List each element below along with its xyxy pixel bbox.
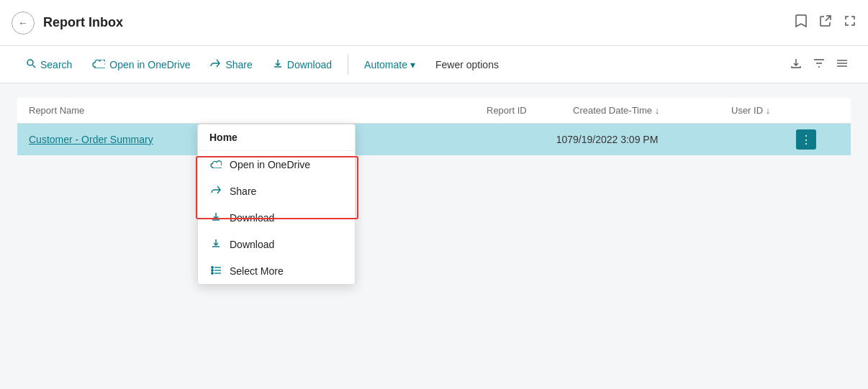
page-title: Report Inbox: [43, 15, 123, 30]
table-row: Customer - Order Summary 107 9/19/2022 3…: [17, 124, 851, 155]
row-more-button[interactable]: ⋮: [796, 129, 816, 150]
title-actions: [795, 14, 856, 32]
svg-point-0: [27, 60, 33, 65]
search-button[interactable]: Search: [17, 54, 81, 75]
automate-label: Automate: [364, 59, 407, 70]
onedrive-icon: [92, 58, 105, 70]
table-header: Report Name Report ID Created Date-Time …: [17, 98, 851, 124]
open-onedrive-label: Open in OneDrive: [109, 59, 190, 70]
chevron-down-icon: ▾: [410, 59, 415, 70]
download-label: Download: [287, 59, 332, 70]
report-table: Report Name Report ID Created Date-Time …: [17, 98, 851, 155]
menu-select-more-label: Select More: [230, 265, 284, 277]
share-button[interactable]: Share: [202, 54, 261, 75]
menu-header: Home: [198, 124, 355, 151]
separator: [348, 55, 348, 75]
menu-download1-label: Download: [230, 212, 274, 224]
row-created-datetime: 9/19/2022 3:09 PM: [573, 134, 731, 145]
svg-line-1: [33, 65, 36, 68]
fewer-options-button[interactable]: Fewer options: [427, 55, 507, 75]
svg-point-9: [211, 270, 212, 271]
svg-point-8: [211, 267, 212, 268]
fullscreen-icon[interactable]: [844, 14, 856, 31]
header-created-datetime: Created Date-Time ↓: [573, 105, 731, 116]
download-button[interactable]: Download: [264, 54, 340, 75]
menu-item-open-onedrive[interactable]: Open in OneDrive: [198, 151, 355, 178]
download-icon: [273, 58, 283, 70]
external-link-icon[interactable]: [819, 14, 832, 31]
list-view-icon[interactable]: [833, 55, 851, 74]
header-user-id: User ID ↓: [731, 105, 839, 116]
select-more-menu-icon: [209, 265, 222, 277]
menu-share-label: Share: [230, 186, 256, 197]
svg-point-10: [211, 273, 212, 274]
context-menu: Home Open in OneDrive Share Download: [197, 124, 356, 285]
search-icon: [26, 58, 36, 70]
filter-icon[interactable]: [810, 55, 828, 74]
title-left: ← Report Inbox: [12, 12, 123, 35]
menu-item-share[interactable]: Share: [198, 178, 355, 204]
onedrive-menu-icon: [209, 158, 222, 170]
download1-menu-icon: [209, 211, 222, 224]
header-report-name: Report Name: [29, 105, 487, 116]
menu-item-download-2[interactable]: Download: [198, 231, 355, 257]
toolbar-right: [787, 55, 851, 75]
download2-menu-icon: [209, 238, 222, 250]
share-menu-icon: [209, 185, 222, 197]
bookmark-icon[interactable]: [795, 14, 808, 32]
menu-onedrive-label: Open in OneDrive: [230, 159, 310, 170]
automate-button[interactable]: Automate ▾: [356, 55, 424, 75]
back-button[interactable]: ←: [12, 12, 35, 35]
content-area: Report Name Report ID Created Date-Time …: [0, 83, 868, 389]
share-icon: [210, 58, 221, 70]
search-label: Search: [40, 59, 72, 70]
title-bar: ← Report Inbox: [0, 0, 868, 46]
share-label: Share: [225, 59, 252, 70]
row-report-id: 107: [487, 134, 573, 145]
fewer-options-label: Fewer options: [435, 59, 499, 70]
header-report-id: Report ID: [487, 105, 573, 116]
menu-item-download-1[interactable]: Download: [198, 204, 355, 231]
report-link[interactable]: Customer - Order Summary: [29, 134, 153, 145]
menu-item-select-more[interactable]: Select More: [198, 257, 355, 284]
export-icon[interactable]: [787, 55, 805, 75]
menu-download2-label: Download: [230, 239, 274, 250]
toolbar: Search Open in OneDrive Share Download A…: [0, 46, 868, 83]
open-onedrive-button[interactable]: Open in OneDrive: [83, 54, 199, 75]
